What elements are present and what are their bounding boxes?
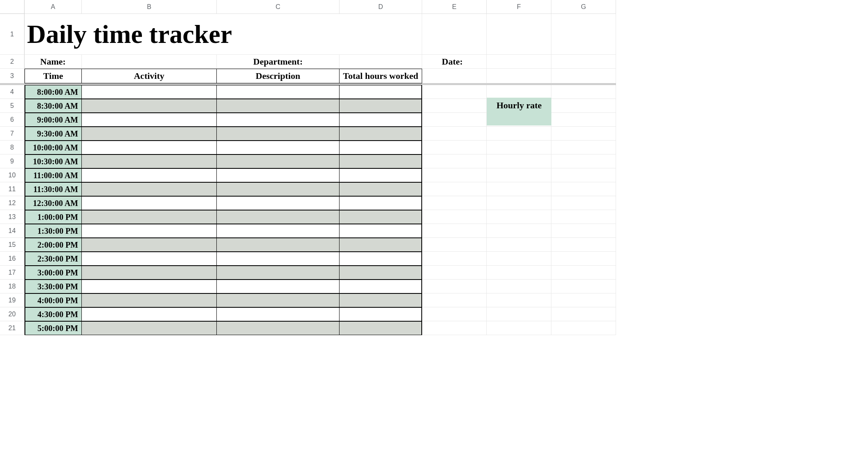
time-cell-row-14[interactable]: 1:30:00 PM — [25, 224, 82, 238]
cell-F21[interactable] — [487, 321, 551, 335]
cell-b2[interactable] — [82, 55, 217, 69]
total-hours-cell-row-14[interactable] — [340, 224, 422, 238]
row-header-18[interactable]: 18 — [0, 280, 25, 293]
description-cell-row-16[interactable] — [217, 252, 340, 266]
cell-F7[interactable] — [487, 127, 551, 141]
total-hours-cell-row-21[interactable] — [340, 321, 422, 335]
hourly-rate-box[interactable]: Hourly rate — [487, 98, 551, 125]
time-cell-row-15[interactable]: 2:00:00 PM — [25, 238, 82, 252]
cell-F12[interactable] — [487, 196, 551, 210]
cell-G8[interactable] — [551, 141, 616, 154]
total-hours-cell-row-10[interactable] — [340, 168, 422, 182]
activity-cell-row-8[interactable] — [82, 141, 217, 154]
time-cell-row-17[interactable]: 3:00:00 PM — [25, 266, 82, 280]
row-header-20[interactable]: 20 — [0, 307, 25, 321]
total-hours-cell-row-12[interactable] — [340, 196, 422, 210]
description-cell-row-15[interactable] — [217, 238, 340, 252]
cell-F2[interactable] — [487, 55, 551, 69]
cell-G21[interactable] — [551, 321, 616, 335]
cell-E19[interactable] — [422, 293, 487, 307]
cell-E5[interactable] — [422, 99, 487, 113]
table-header-total-hours[interactable]: Total hours worked — [340, 69, 422, 83]
cell-F20[interactable] — [487, 307, 551, 321]
activity-cell-row-4[interactable] — [82, 85, 217, 99]
time-cell-row-8[interactable]: 10:00:00 AM — [25, 141, 82, 154]
description-cell-row-11[interactable] — [217, 182, 340, 196]
total-hours-cell-row-19[interactable] — [340, 293, 422, 307]
cell-E4[interactable] — [422, 85, 487, 99]
cell-G1[interactable] — [551, 14, 616, 55]
description-cell-row-6[interactable] — [217, 113, 340, 127]
row-header-6[interactable]: 6 — [0, 113, 25, 127]
activity-cell-row-17[interactable] — [82, 266, 217, 280]
description-cell-row-21[interactable] — [217, 321, 340, 335]
cell-F8[interactable] — [487, 141, 551, 154]
cell-F3[interactable] — [487, 69, 551, 83]
cell-F18[interactable] — [487, 280, 551, 293]
total-hours-cell-row-9[interactable] — [340, 154, 422, 168]
cell-G7[interactable] — [551, 127, 616, 141]
time-cell-row-20[interactable]: 4:30:00 PM — [25, 307, 82, 321]
cell-F14[interactable] — [487, 224, 551, 238]
column-header-b[interactable]: B — [82, 0, 217, 14]
description-cell-row-12[interactable] — [217, 196, 340, 210]
row-header-12[interactable]: 12 — [0, 196, 25, 210]
row-header-4[interactable]: 4 — [0, 85, 25, 99]
corner-cell[interactable] — [0, 0, 25, 14]
row-header-10[interactable]: 10 — [0, 168, 25, 182]
activity-cell-row-21[interactable] — [82, 321, 217, 335]
row-header-21[interactable]: 21 — [0, 321, 25, 335]
cell-E1[interactable] — [422, 14, 487, 55]
total-hours-cell-row-8[interactable] — [340, 141, 422, 154]
activity-cell-row-18[interactable] — [82, 280, 217, 293]
total-hours-cell-row-5[interactable] — [340, 99, 422, 113]
row-header-3[interactable]: 3 — [0, 69, 25, 83]
cell-G3[interactable] — [551, 69, 616, 83]
time-cell-row-12[interactable]: 12:30:00 AM — [25, 196, 82, 210]
row-header-16[interactable]: 16 — [0, 252, 25, 266]
cell-E21[interactable] — [422, 321, 487, 335]
cell-G17[interactable] — [551, 266, 616, 280]
cell-E17[interactable] — [422, 266, 487, 280]
cell-F9[interactable] — [487, 154, 551, 168]
total-hours-cell-row-20[interactable] — [340, 307, 422, 321]
cell-G14[interactable] — [551, 224, 616, 238]
cell-E12[interactable] — [422, 196, 487, 210]
total-hours-cell-row-16[interactable] — [340, 252, 422, 266]
total-hours-cell-row-18[interactable] — [340, 280, 422, 293]
activity-cell-row-11[interactable] — [82, 182, 217, 196]
activity-cell-row-5[interactable] — [82, 99, 217, 113]
time-cell-row-9[interactable]: 10:30:00 AM — [25, 154, 82, 168]
cell-E9[interactable] — [422, 154, 487, 168]
column-header-e[interactable]: E — [422, 0, 487, 14]
time-cell-row-21[interactable]: 5:00:00 PM — [25, 321, 82, 335]
cell-G10[interactable] — [551, 168, 616, 182]
description-cell-row-9[interactable] — [217, 154, 340, 168]
cell-G9[interactable] — [551, 154, 616, 168]
cell-G12[interactable] — [551, 196, 616, 210]
cell-F4[interactable] — [487, 85, 551, 99]
time-cell-row-19[interactable]: 4:00:00 PM — [25, 293, 82, 307]
cell-G6[interactable] — [551, 113, 616, 127]
table-header-description[interactable]: Description — [217, 69, 340, 83]
time-cell-row-10[interactable]: 11:00:00 AM — [25, 168, 82, 182]
row-header-14[interactable]: 14 — [0, 224, 25, 238]
description-cell-row-7[interactable] — [217, 127, 340, 141]
cell-F10[interactable] — [487, 168, 551, 182]
activity-cell-row-13[interactable] — [82, 210, 217, 224]
activity-cell-row-16[interactable] — [82, 252, 217, 266]
cell-F11[interactable] — [487, 182, 551, 196]
activity-cell-row-9[interactable] — [82, 154, 217, 168]
row-header-2[interactable]: 2 — [0, 55, 25, 69]
cell-E10[interactable] — [422, 168, 487, 182]
spreadsheet-grid[interactable]: ABCDEFG1Daily time tracker2Name:Departme… — [0, 0, 868, 335]
cell-E20[interactable] — [422, 307, 487, 321]
activity-cell-row-15[interactable] — [82, 238, 217, 252]
activity-cell-row-19[interactable] — [82, 293, 217, 307]
activity-cell-row-7[interactable] — [82, 127, 217, 141]
activity-cell-row-12[interactable] — [82, 196, 217, 210]
activity-cell-row-6[interactable] — [82, 113, 217, 127]
time-cell-row-5[interactable]: 8:30:00 AM — [25, 99, 82, 113]
row-header-19[interactable]: 19 — [0, 293, 25, 307]
activity-cell-row-10[interactable] — [82, 168, 217, 182]
